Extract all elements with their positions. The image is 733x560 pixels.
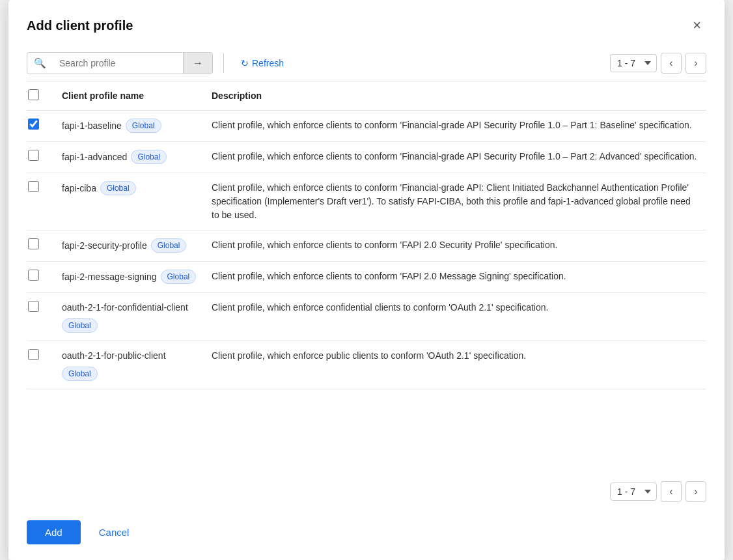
header-profile-name: Client profile name <box>55 81 205 111</box>
profile-badge: Global <box>161 270 197 284</box>
row-checkbox-3[interactable] <box>28 181 39 192</box>
top-pagination: 1 - 7 ‹ › <box>610 53 706 74</box>
row-description-cell: Client profile, which enforce clients to… <box>205 111 706 142</box>
refresh-label: Refresh <box>252 58 284 68</box>
table-body: fapi-1-baselineGlobalClient profile, whi… <box>27 111 706 389</box>
refresh-icon: ↻ <box>241 58 249 68</box>
close-button[interactable]: × <box>687 16 706 35</box>
row-checkbox-cell <box>27 111 55 142</box>
row-checkbox-cell <box>27 262 55 293</box>
profile-name-text: fapi-1-baseline <box>62 119 122 133</box>
row-description-cell: Client profile, which enforce clients to… <box>205 262 706 293</box>
table-row: oauth-2-1-for-confidential-clientGlobalC… <box>27 293 706 341</box>
table-row: fapi-2-security-profileGlobalClient prof… <box>27 231 706 262</box>
dialog-footer: Add Cancel <box>8 509 725 560</box>
profile-name-text: oauth-2-1-for-public-client <box>62 349 166 363</box>
bottom-prev-button[interactable]: ‹ <box>661 481 682 502</box>
row-description-cell: Client profile, which enforce clients to… <box>205 173 706 231</box>
profiles-table: Client profile name Description fapi-1-b… <box>27 81 706 389</box>
search-input[interactable] <box>53 53 183 73</box>
add-client-profile-dialog: Add client profile × 🔍 → ↻ Refresh 1 - 7… <box>8 0 725 560</box>
row-checkbox-4[interactable] <box>28 238 39 249</box>
row-checkbox-cell <box>27 341 55 389</box>
top-next-button[interactable]: › <box>685 53 706 74</box>
profile-badge: Global <box>126 119 161 133</box>
bottom-next-button[interactable]: › <box>685 481 706 502</box>
row-checkbox-5[interactable] <box>28 270 39 281</box>
bottom-pagination: 1 - 7 ‹ › <box>8 469 725 509</box>
row-checkbox-cell <box>27 142 55 173</box>
row-checkbox-7[interactable] <box>28 349 39 360</box>
row-checkbox-1[interactable] <box>28 119 39 130</box>
select-all-checkbox[interactable] <box>28 89 39 100</box>
row-profile-name-cell: oauth-2-1-for-public-clientGlobal <box>55 341 205 389</box>
row-description-cell: Client profile, which enforce confidenti… <box>205 293 706 341</box>
profile-badge: Global <box>100 181 136 195</box>
row-checkbox-2[interactable] <box>28 150 39 161</box>
top-pagination-selector[interactable]: 1 - 7 <box>610 54 657 72</box>
profile-name-text: fapi-2-message-signing <box>62 270 157 284</box>
row-description-cell: Client profile, which enforce clients to… <box>205 142 706 173</box>
refresh-button[interactable]: ↻ Refresh <box>234 54 290 72</box>
header-description: Description <box>205 81 706 111</box>
profile-badge: Global <box>62 318 98 333</box>
row-profile-name-cell: fapi-1-advancedGlobal <box>55 142 205 173</box>
profile-name-text: oauth-2-1-for-confidential-client <box>62 301 188 315</box>
profile-name-text: fapi-1-advanced <box>62 150 127 164</box>
row-description-cell: Client profile, which enforce public cli… <box>205 341 706 389</box>
toolbar: 🔍 → ↻ Refresh 1 - 7 ‹ › <box>8 46 725 81</box>
profile-badge: Global <box>151 238 187 253</box>
dialog-title: Add client profile <box>27 18 133 33</box>
row-checkbox-cell <box>27 231 55 262</box>
profile-badge: Global <box>131 150 167 164</box>
search-go-button[interactable]: → <box>183 53 212 74</box>
dialog-header: Add client profile × <box>8 0 725 46</box>
search-icon: 🔍 <box>27 53 53 74</box>
table-header: Client profile name Description <box>27 81 706 111</box>
row-checkbox-cell <box>27 173 55 231</box>
table-row: oauth-2-1-for-public-clientGlobalClient … <box>27 341 706 389</box>
table-row: fapi-1-baselineGlobalClient profile, whi… <box>27 111 706 142</box>
add-button[interactable]: Add <box>27 520 81 544</box>
row-profile-name-cell: fapi-2-security-profileGlobal <box>55 231 205 262</box>
row-checkbox-cell <box>27 293 55 341</box>
search-container: 🔍 → <box>27 52 213 74</box>
toolbar-divider <box>223 53 224 73</box>
row-checkbox-6[interactable] <box>28 301 39 312</box>
table-row: fapi-2-message-signingGlobalClient profi… <box>27 262 706 293</box>
header-checkbox-cell <box>27 81 55 111</box>
row-description-cell: Client profile, which enforce clients to… <box>205 231 706 262</box>
table-row: fapi-cibaGlobalClient profile, which enf… <box>27 173 706 231</box>
table-container: Client profile name Description fapi-1-b… <box>8 81 725 469</box>
table-row: fapi-1-advancedGlobalClient profile, whi… <box>27 142 706 173</box>
cancel-button[interactable]: Cancel <box>91 520 137 544</box>
row-profile-name-cell: fapi-cibaGlobal <box>55 173 205 231</box>
profile-name-text: fapi-2-security-profile <box>62 239 147 253</box>
row-profile-name-cell: oauth-2-1-for-confidential-clientGlobal <box>55 293 205 341</box>
row-profile-name-cell: fapi-2-message-signingGlobal <box>55 262 205 293</box>
profile-name-text: fapi-ciba <box>62 182 96 195</box>
row-profile-name-cell: fapi-1-baselineGlobal <box>55 111 205 142</box>
bottom-pagination-selector[interactable]: 1 - 7 <box>610 483 657 501</box>
top-prev-button[interactable]: ‹ <box>661 53 682 74</box>
profile-badge: Global <box>62 367 98 381</box>
